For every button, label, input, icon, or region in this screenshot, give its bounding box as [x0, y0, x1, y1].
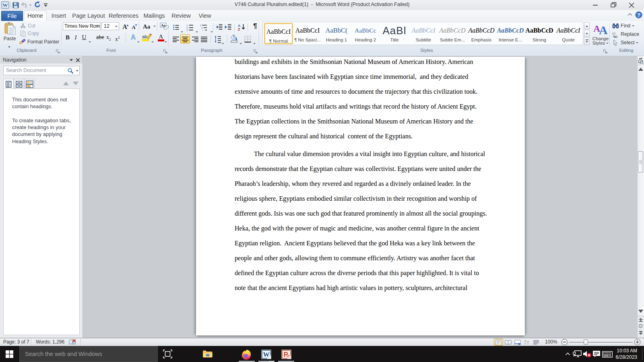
svg-text:ab: ab — [142, 34, 147, 39]
svg-text:A: A — [599, 23, 608, 35]
svg-text:A: A — [238, 24, 241, 28]
svg-text:W: W — [3, 2, 8, 8]
svg-text:i: i — [202, 29, 203, 31]
svg-text:3: 3 — [186, 29, 188, 31]
svg-text:W: W — [263, 351, 270, 358]
svg-text:ac: ac — [614, 35, 618, 38]
svg-text:?: ? — [637, 12, 640, 18]
svg-text:Z: Z — [238, 27, 240, 31]
